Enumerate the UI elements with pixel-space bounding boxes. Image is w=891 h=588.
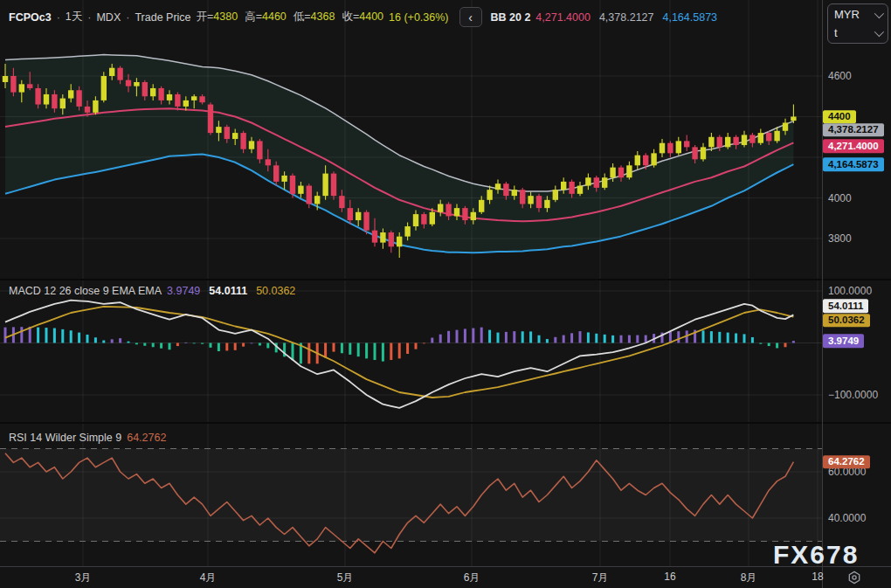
candle-body (528, 196, 533, 204)
macd-histogram-bar (184, 342, 187, 343)
macd-histogram-bar (193, 343, 196, 344)
candle-body (676, 141, 681, 153)
pane-separator (0, 422, 891, 424)
collapse-indicator-button[interactable]: ‹ (459, 7, 482, 27)
candle-body (175, 94, 180, 107)
macd-histogram-bar (333, 343, 335, 352)
candle-body (372, 231, 377, 243)
candle-body (758, 133, 763, 143)
macd-histogram-bar (382, 343, 384, 362)
macd-histogram-bar (292, 343, 294, 361)
time-axis-label: 4月 (200, 571, 217, 585)
macd-histogram-bar (119, 338, 121, 342)
macd-histogram-bar (152, 343, 155, 348)
macd-histogram-bar (225, 343, 228, 351)
indicator-value: 54.0111 (209, 285, 247, 297)
candle-body (314, 196, 320, 204)
candle-body (52, 94, 57, 108)
macd-histogram-bar (111, 339, 114, 342)
candle-body (471, 212, 476, 220)
macd-histogram-bar (349, 343, 351, 355)
candle-body (397, 237, 402, 247)
currency-value: MYR (834, 8, 860, 21)
ohlc-field: 开=4380 (197, 10, 238, 24)
macd-histogram-bar (727, 333, 729, 343)
macd-histogram-bar (456, 330, 459, 343)
candle-body (380, 232, 385, 243)
ohlc-field-value: 4380 (213, 10, 238, 23)
candle-body (708, 137, 714, 148)
candle-body (626, 165, 632, 177)
candle-body (257, 141, 262, 159)
macd-histogram-bar (398, 343, 401, 359)
indicator-value: 3.9749 (167, 285, 200, 297)
bb-indicator-values: 4,271.40004,378.21274,164.5873 (535, 11, 717, 24)
candle-body (273, 165, 279, 182)
macd-histogram-bar (735, 333, 737, 342)
candle-body (191, 96, 197, 100)
chart-canvas[interactable] (0, 0, 891, 566)
candle-body (19, 84, 24, 92)
macd-histogram-bar (86, 335, 89, 343)
candle-body (35, 88, 40, 105)
currency-unit-selector: MYR t (827, 3, 888, 44)
macd-histogram-bar (169, 343, 171, 350)
macd-histogram-bar (390, 343, 392, 360)
candle-body (240, 133, 245, 149)
macd-histogram-bar (365, 343, 368, 359)
candle-body (356, 212, 361, 220)
candle-body (421, 214, 426, 225)
candle-body (167, 94, 172, 100)
macd-histogram-bar (776, 343, 778, 349)
candle-body (142, 82, 148, 96)
candle-body (749, 135, 755, 142)
macd-histogram-bar (751, 337, 754, 343)
ohlc-field: 高=4460 (245, 10, 287, 24)
macd-histogram-bar (439, 335, 442, 343)
macd-histogram-bar (102, 341, 105, 343)
candle-body (610, 168, 615, 178)
unit-value: t (834, 26, 838, 39)
candle-body (404, 226, 410, 237)
macd-histogram-bar (70, 330, 73, 342)
candle-body (60, 99, 66, 109)
time-axis-border (0, 566, 891, 567)
currency-dropdown[interactable]: MYR (834, 8, 881, 21)
candle-body (725, 137, 730, 148)
bollinger-fill (5, 55, 793, 253)
macd-histogram-bar (374, 343, 376, 360)
macd-histogram-bar (636, 336, 639, 343)
macd-histogram-bar (94, 337, 97, 342)
candle-body (290, 176, 295, 194)
candle-body (618, 168, 624, 178)
candle-body (495, 183, 501, 190)
candle-body (660, 143, 665, 154)
macd-histogram-bar (447, 331, 450, 343)
candle-body (109, 68, 114, 76)
unit-dropdown[interactable]: t (834, 26, 881, 39)
macd-histogram-bar (61, 329, 64, 343)
price-axis-label: 4600 (828, 70, 852, 82)
candle-body (692, 147, 697, 159)
candle-body (454, 208, 459, 216)
candle-body (281, 176, 287, 182)
chevron-down-icon (874, 8, 884, 17)
candle-body (93, 100, 98, 113)
candle-body (635, 156, 640, 166)
macd-histogram-bar (611, 336, 614, 343)
indicator-value: 4,271.4000 (535, 11, 591, 24)
candle-body (577, 186, 583, 194)
candle-body (503, 183, 508, 196)
price-axis-border (822, 0, 823, 588)
instrument-settings-icon[interactable] (846, 569, 863, 586)
candle-body (791, 117, 796, 121)
macd-histogram-bar (595, 334, 597, 343)
macd-histogram-bar (218, 343, 220, 352)
macd-indicator-title: MACD 12 26 close 9 EMA EMA (9, 285, 162, 297)
macd-histogram-bar (234, 343, 237, 350)
macd-histogram-bar (242, 343, 245, 347)
candle-body (701, 147, 706, 159)
macd-histogram-bar (587, 332, 590, 342)
chart-window: FCPOc3 · 1天 · MDX · Trade Price 开=4380高=… (0, 0, 891, 588)
candle-body (430, 212, 435, 225)
